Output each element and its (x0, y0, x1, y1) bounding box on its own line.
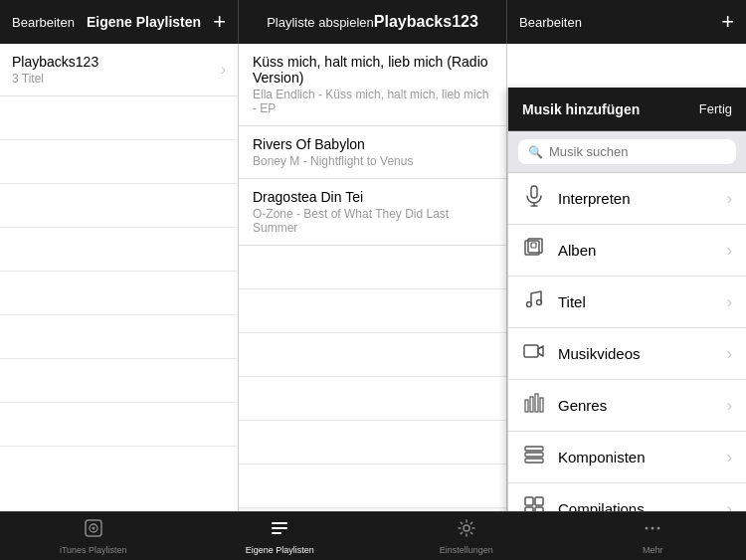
tab-einstellungen[interactable]: Einstellungen (373, 512, 560, 560)
add-song-button[interactable]: + (721, 11, 734, 33)
svg-point-7 (537, 300, 542, 305)
svg-rect-28 (272, 532, 281, 534)
empty-row (239, 333, 506, 377)
tab-label: Eigene Playlisten (246, 545, 314, 555)
tab-label: Mehr (643, 545, 663, 555)
menu-item-titel[interactable]: Titel › (508, 277, 746, 328)
top-bar-middle: Playliste abspielen Playbacks123 (239, 0, 507, 44)
compilation-icon (522, 495, 546, 511)
chevron-right-icon: › (727, 345, 732, 363)
komponisten-label: Komponisten (558, 449, 646, 466)
menu-item-alben[interactable]: Alben › (508, 225, 746, 277)
empty-row (0, 272, 238, 315)
svg-rect-14 (525, 453, 543, 457)
empty-row (0, 228, 238, 272)
tab-bar: iTunes Playlisten Eigene Playlisten Eins… (0, 511, 746, 560)
top-bar-left: Bearbeiten Eigene Playlisten + (0, 0, 239, 44)
tab-eigene-playlisten[interactable]: Eigene Playlisten (187, 512, 374, 560)
note-icon (522, 288, 546, 315)
chevron-right-icon: › (727, 242, 732, 260)
menu-item-interpreten[interactable]: Interpreten › (508, 173, 746, 225)
song-item-2[interactable]: Dragostea Din Tei O-Zone - Best of What … (239, 179, 506, 246)
empty-row (0, 403, 238, 447)
search-icon: 🔍 (528, 145, 543, 159)
svg-rect-26 (272, 522, 287, 524)
empty-row (0, 96, 238, 140)
song-title: Küss mich, halt mich, lieb mich (Radio V… (253, 54, 492, 86)
menu-item-komponisten[interactable]: Komponisten › (508, 432, 746, 483)
svg-point-32 (657, 526, 660, 529)
compilations-label: Compilations (558, 500, 645, 511)
main-content: Playbacks123 3 Titel › Küss mich, halt m… (0, 44, 746, 511)
playlists-tab-icon (270, 518, 289, 543)
svg-point-31 (652, 526, 654, 529)
svg-point-30 (646, 526, 649, 529)
alben-label: Alben (558, 242, 596, 259)
svg-rect-12 (540, 398, 543, 412)
empty-row (0, 140, 238, 184)
search-input[interactable] (549, 144, 726, 159)
song-subtitle: Ella Endlich - Küss mich, halt mich, lie… (253, 88, 492, 115)
playlist-name: Playbacks123 (12, 54, 98, 70)
chevron-right-icon: › (727, 190, 732, 208)
svg-rect-8 (524, 345, 538, 357)
settings-icon (457, 518, 476, 543)
svg-rect-27 (272, 527, 287, 529)
song-item-1[interactable]: Rivers Of Babylon Boney M - Nightflight … (239, 126, 506, 179)
interpreten-label: Interpreten (558, 190, 631, 207)
playlist-count: 3 Titel (12, 72, 98, 86)
empty-row (0, 315, 238, 359)
top-bar-right: Bearbeiten + (507, 0, 746, 44)
svg-rect-5 (531, 243, 536, 248)
edit-playlist-button[interactable]: Bearbeiten (519, 15, 582, 30)
chevron-right-icon: › (727, 500, 732, 512)
album-icon (522, 237, 546, 264)
play-playlist-label: Playliste abspielen (267, 15, 374, 30)
svg-point-25 (92, 526, 94, 529)
tab-label: iTunes Playlisten (60, 545, 127, 555)
chevron-right-icon: › (727, 397, 732, 415)
itunes-icon (84, 518, 103, 543)
svg-rect-16 (525, 497, 533, 505)
svg-rect-19 (535, 507, 543, 511)
chevron-right-icon: › (727, 293, 732, 311)
playlists-title: Eigene Playlisten (87, 14, 201, 30)
current-playlist-title: Playbacks123 (374, 13, 478, 31)
edit-playlists-button[interactable]: Bearbeiten (12, 15, 75, 30)
tab-itunes-playlisten[interactable]: iTunes Playlisten (0, 512, 187, 560)
add-music-dropdown: Musik hinzufügen Fertig 🔍 In (507, 88, 746, 511)
empty-row (239, 246, 506, 289)
chevron-right-icon: › (727, 449, 732, 467)
svg-rect-17 (535, 497, 543, 505)
song-title: Dragostea Din Tei (253, 189, 492, 205)
menu-item-compilations[interactable]: Compilations › (508, 483, 746, 511)
svg-point-29 (464, 525, 469, 531)
svg-rect-15 (525, 459, 543, 463)
empty-row (239, 465, 506, 508)
svg-rect-0 (531, 186, 537, 198)
song-subtitle: O-Zone - Best of What They Did Last Summ… (253, 207, 492, 235)
composer-icon (522, 444, 546, 470)
musikvideos-label: Musikvideos (558, 345, 641, 362)
mic-icon (522, 185, 546, 212)
song-item-0[interactable]: Küss mich, halt mich, lieb mich (Radio V… (239, 44, 506, 126)
tab-label: Einstellungen (440, 545, 493, 555)
empty-row (0, 184, 238, 228)
titel-label: Titel (558, 293, 586, 310)
dropdown-header: Musik hinzufügen Fertig (508, 88, 746, 131)
done-button[interactable]: Fertig (699, 101, 732, 116)
tab-mehr[interactable]: Mehr (560, 512, 747, 560)
top-bar: Bearbeiten Eigene Playlisten + Playliste… (0, 0, 746, 44)
add-playlist-button[interactable]: + (213, 11, 226, 33)
svg-rect-13 (525, 447, 543, 451)
dropdown-title: Musik hinzufügen (522, 101, 640, 117)
chevron-right-icon: › (221, 61, 226, 79)
menu-item-musikvideos[interactable]: Musikvideos › (508, 328, 746, 380)
search-container: 🔍 (518, 139, 736, 164)
svg-rect-11 (535, 394, 538, 412)
list-item[interactable]: Playbacks123 3 Titel › (0, 44, 238, 96)
menu-item-genres[interactable]: Genres › (508, 380, 746, 432)
left-panel: Playbacks123 3 Titel › (0, 44, 239, 511)
genre-icon (522, 392, 546, 419)
empty-row (239, 421, 506, 465)
